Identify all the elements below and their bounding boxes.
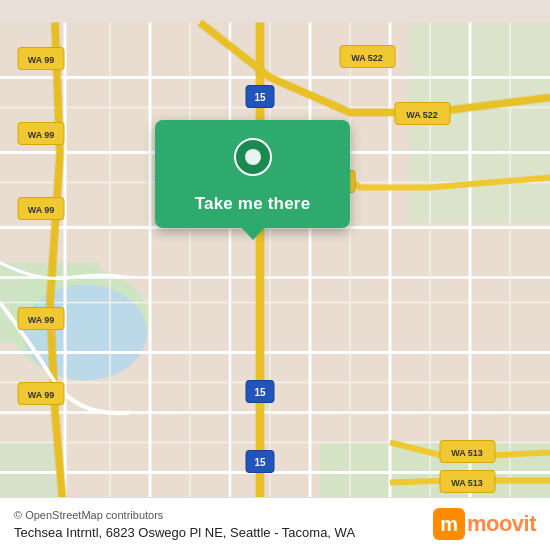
svg-text:m: m	[440, 513, 457, 535]
svg-point-6	[23, 285, 147, 381]
take-me-there-button[interactable]: Take me there	[195, 194, 311, 214]
location-text: Techsea Intrntl, 6823 Oswego Pl NE, Seat…	[14, 525, 355, 540]
pin-icon	[234, 138, 272, 184]
moovit-logo: m moovit	[433, 508, 536, 540]
map-container: WA 99 WA 99 WA 99 WA 99 WA 99 15 15 15 W…	[0, 0, 550, 550]
svg-text:WA 99: WA 99	[28, 390, 55, 400]
osm-credit: © OpenStreetMap contributors	[14, 509, 355, 521]
svg-text:WA 522: WA 522	[406, 110, 438, 120]
svg-text:WA 99: WA 99	[28, 205, 55, 215]
bottom-bar: © OpenStreetMap contributors Techsea Int…	[0, 497, 550, 550]
svg-text:WA 513: WA 513	[451, 448, 483, 458]
location-popup[interactable]: Take me there	[155, 120, 350, 228]
svg-text:WA 522: WA 522	[351, 53, 383, 63]
svg-text:15: 15	[254, 387, 266, 398]
svg-text:WA 513: WA 513	[451, 478, 483, 488]
svg-text:WA 99: WA 99	[28, 315, 55, 325]
bottom-left-info: © OpenStreetMap contributors Techsea Int…	[14, 509, 355, 540]
svg-point-60	[245, 149, 261, 165]
moovit-icon: m	[433, 508, 465, 540]
svg-text:WA 99: WA 99	[28, 55, 55, 65]
svg-text:15: 15	[254, 92, 266, 103]
moovit-text: moovit	[467, 511, 536, 537]
svg-text:15: 15	[254, 457, 266, 468]
map-svg: WA 99 WA 99 WA 99 WA 99 WA 99 15 15 15 W…	[0, 0, 550, 550]
svg-text:WA 99: WA 99	[28, 130, 55, 140]
